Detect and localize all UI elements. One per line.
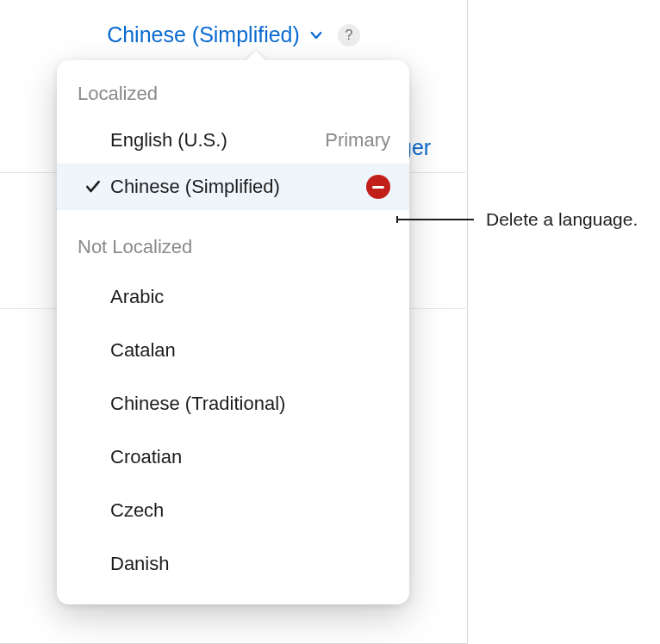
help-button[interactable]: ? [338,24,360,46]
language-item-danish[interactable]: Danish [57,537,409,591]
section-spacer [57,210,409,236]
language-item-arabic[interactable]: Arabic [57,270,409,324]
language-item-catalan[interactable]: Catalan [57,324,409,377]
help-icon: ? [345,28,352,43]
selected-language-label: Chinese (Simplified) [107,22,300,47]
language-label: English (U.S.) [110,129,325,152]
language-item-croatian[interactable]: Croatian [57,430,409,484]
localized-section-header: Localized [57,83,409,117]
chevron-down-icon [308,28,324,43]
language-label: Danish [110,553,390,575]
delete-language-button[interactable] [366,175,390,199]
callout-text: Delete a language. [486,209,638,230]
language-label: Croatian [110,446,390,468]
window-panel: Chinese (Simplified) ? ger Localized Eng… [0,0,468,644]
callout-leader-line [396,219,474,220]
language-label: Chinese (Simplified) [110,176,366,198]
minus-icon [372,186,384,189]
language-label: Catalan [110,339,390,362]
language-item-chinese-simplified[interactable]: Chinese (Simplified) [57,164,409,210]
language-label: Czech [110,499,390,522]
language-item-chinese-traditional[interactable]: Chinese (Traditional) [57,377,409,430]
header: Chinese (Simplified) ? [0,0,467,47]
language-label: Arabic [110,286,390,308]
not-localized-items: Arabic Catalan Chinese (Traditional) Cro… [57,270,409,591]
localized-items: English (U.S.) Primary Chinese (Simplifi… [57,117,409,210]
language-item-czech[interactable]: Czech [57,484,409,537]
checkmark-icon [76,178,110,195]
language-dropdown-trigger[interactable]: Chinese (Simplified) [107,22,324,47]
language-item-english-us[interactable]: English (U.S.) Primary [57,117,409,164]
annotation-callout: Delete a language. [396,209,638,230]
language-label: Chinese (Traditional) [110,393,390,415]
language-dropdown: Localized English (U.S.) Primary Chinese… [57,60,409,604]
primary-badge: Primary [325,129,390,152]
not-localized-section-header: Not Localized [57,236,409,270]
